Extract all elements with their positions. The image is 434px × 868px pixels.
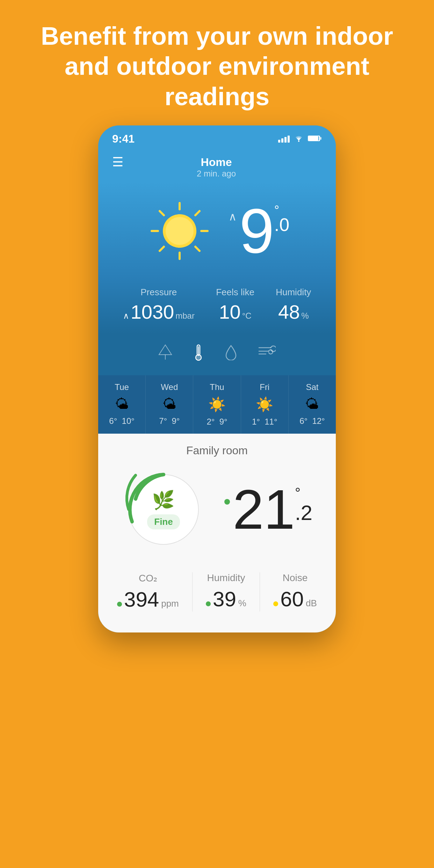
forecast-tue-temps: 6° 10°	[102, 416, 142, 426]
svg-line-11	[195, 211, 200, 215]
stat-divider-1	[192, 572, 193, 612]
humidity-unit: %	[301, 311, 309, 321]
noise-stat: Noise 60 dB	[273, 572, 317, 612]
forecast-thu-name: Thu	[197, 382, 237, 392]
forecast-sat-icon: 🌤	[292, 396, 332, 412]
indoor-temp-value: 21	[233, 482, 295, 537]
temp-value: 9	[239, 200, 274, 262]
noise-value: 60	[280, 587, 304, 611]
temp-decimal: ° .0	[274, 203, 289, 235]
forecast-tue: Tue 🌤 6° 10°	[98, 375, 146, 434]
gauge-inner: 🌿 Fine	[147, 490, 180, 529]
air-quality-gauge: 🌿 Fine	[122, 468, 205, 551]
svg-point-19	[196, 355, 201, 360]
forecast-tue-name: Tue	[102, 382, 142, 392]
forecast-sat-name: Sat	[292, 382, 332, 392]
feels-like-value: 10	[219, 301, 240, 323]
forecast-thu-temps: 2° 9°	[197, 417, 237, 427]
forecast-row: Tue 🌤 6° 10° Wed 🌤 7° 9° Thu ☀️ 2° 9° Fr…	[98, 375, 336, 434]
indoor-humidity-unit: %	[238, 598, 246, 609]
wind-tab-icon[interactable]	[258, 344, 276, 365]
svg-line-10	[195, 247, 200, 251]
svg-line-9	[160, 211, 164, 215]
status-time: 9:41	[112, 132, 135, 145]
temp-fraction: .0	[274, 214, 289, 235]
tree-tab-icon[interactable]	[158, 344, 172, 365]
thermometer-tab-icon[interactable]	[193, 344, 204, 365]
svg-line-12	[160, 247, 164, 251]
indoor-room-title: Family room	[112, 444, 322, 457]
forecast-wed-temps: 7° 9°	[149, 416, 189, 426]
humidity-stat: Humidity 48 %	[276, 287, 311, 323]
indoor-humidity-label: Humidity	[206, 572, 246, 584]
temp-up-arrow: ∧	[229, 210, 237, 223]
menu-icon[interactable]: ☰	[112, 156, 123, 168]
weather-main: ∧ 9 ° .0	[98, 182, 336, 276]
noise-unit: dB	[306, 598, 317, 609]
svg-point-14	[166, 217, 194, 245]
weather-stats: Pressure ∧ 1030 mbar Feels like 10 °C Hu…	[98, 276, 336, 334]
forecast-fri-icon: ☀️	[245, 396, 285, 413]
forecast-wed: Wed 🌤 7° 9°	[146, 375, 193, 434]
forecast-fri-name: Fri	[245, 382, 285, 392]
co2-unit: ppm	[161, 598, 179, 609]
forecast-thu-icon: ☀️	[197, 396, 237, 413]
header-title: Benefit from your own indoor and outdoor…	[28, 21, 406, 111]
indoor-main: 🌿 Fine 21 ° .2	[112, 468, 322, 551]
stat-divider-2	[260, 572, 260, 612]
header-banner: Benefit from your own indoor and outdoor…	[0, 0, 434, 125]
co2-value: 394	[124, 587, 159, 612]
pressure-label: Pressure	[123, 287, 195, 298]
battery-icon	[308, 133, 322, 144]
svg-marker-15	[159, 345, 172, 355]
signal-icon	[278, 136, 290, 143]
forecast-wed-name: Wed	[149, 382, 189, 392]
status-icons	[278, 133, 322, 144]
co2-dot	[117, 602, 122, 607]
feels-like-label: Feels like	[216, 287, 254, 298]
forecast-wed-icon: 🌤	[149, 396, 189, 412]
indoor-temp-dot	[224, 499, 230, 505]
forecast-fri-temps: 1° 11°	[245, 417, 285, 427]
pressure-arrow: ∧	[123, 311, 129, 321]
nav-center: Home 2 min. ago	[197, 156, 236, 179]
status-bar: 9:41	[98, 125, 336, 149]
forecast-sat-temps: 6° 12°	[292, 416, 332, 426]
temperature-display: ∧ 9 ° .0	[229, 200, 289, 262]
feels-like-unit: °C	[242, 311, 252, 321]
wifi-icon	[294, 133, 304, 144]
co2-label: CO₂	[117, 572, 179, 584]
indoor-section: Family room 🌿 Fine	[98, 434, 336, 632]
indoor-temp-decimal-group: ° .2	[295, 485, 312, 525]
indoor-temp-display: 21 ° .2	[224, 482, 312, 537]
pressure-value: 1030	[131, 301, 174, 323]
noise-label: Noise	[273, 572, 317, 584]
indoor-humidity-stat: Humidity 39 %	[206, 572, 246, 612]
pressure-stat: Pressure ∧ 1030 mbar	[123, 287, 195, 323]
forecast-sat: Sat 🌤 6° 12°	[289, 375, 336, 434]
drop-tab-icon[interactable]	[225, 344, 237, 365]
forecast-fri: Fri ☀️ 1° 11°	[241, 375, 289, 434]
humidity-value: 48	[278, 301, 300, 323]
humidity-label: Humidity	[276, 287, 311, 298]
forecast-thu: Thu ☀️ 2° 9°	[193, 375, 241, 434]
indoor-humidity-value: 39	[213, 587, 236, 611]
phone-frame: 9:41	[98, 125, 336, 632]
nav-updated: 2 min. ago	[197, 169, 236, 179]
nav-location: Home	[197, 156, 236, 169]
gauge-leaf-icon: 🌿	[152, 490, 175, 511]
indoor-stats-row: CO₂ 394 ppm Humidity 39 % Noise	[112, 565, 322, 619]
icon-tabs	[98, 334, 336, 375]
pressure-unit: mbar	[175, 311, 195, 321]
feels-like-stat: Feels like 10 °C	[216, 287, 254, 323]
air-quality-status: Fine	[147, 514, 180, 529]
indoor-temp-degree: °	[295, 485, 312, 501]
noise-dot	[273, 601, 278, 606]
svg-rect-2	[320, 137, 321, 140]
forecast-tue-icon: 🌤	[102, 396, 142, 412]
svg-point-0	[298, 140, 299, 142]
co2-stat: CO₂ 394 ppm	[117, 572, 179, 612]
svg-rect-4	[309, 136, 318, 140]
nav-bar: ☰ Home 2 min. ago	[98, 149, 336, 182]
indoor-humidity-dot	[206, 601, 211, 606]
